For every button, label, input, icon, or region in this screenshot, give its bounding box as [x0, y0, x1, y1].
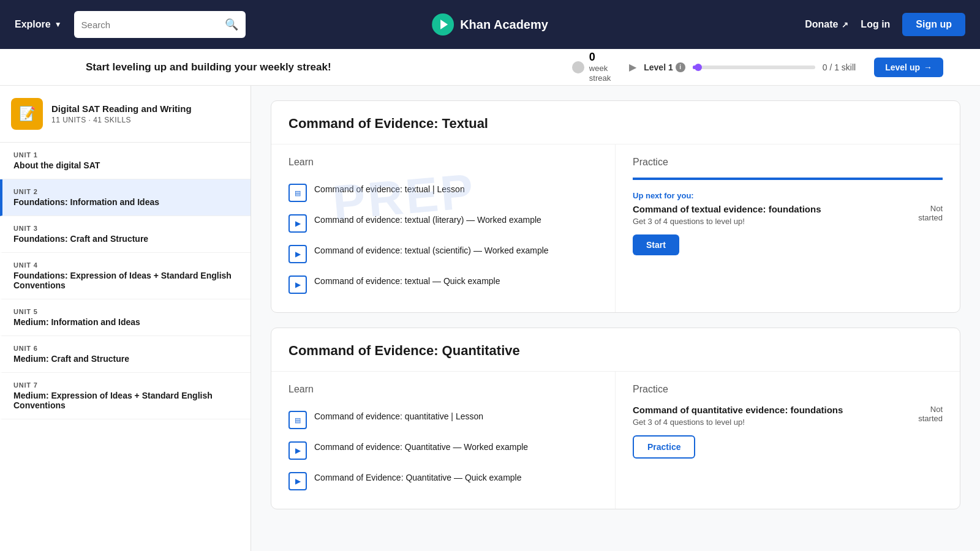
level-progress-bar [693, 66, 815, 69]
streak-label: weekstreak [589, 64, 611, 83]
explore-chevron-icon: ▼ [55, 20, 62, 29]
textual-learn-col: Learn ▤ Command of evidence: textual | L… [271, 144, 616, 312]
practice-subtitle: Get 3 of 4 questions to level up! [633, 418, 843, 427]
level-skill-count: 0 / 1 skill [823, 62, 856, 72]
streak-count-block: 0 weekstreak [589, 51, 611, 83]
video-play-icon: ▶ [288, 441, 307, 460]
unit4-name: Foundations: Expression of Ideas + Stand… [13, 271, 239, 290]
unit5-name: Medium: Information and Ideas [13, 317, 239, 327]
header-right: Donate ↗ Log in Sign up [805, 13, 965, 36]
course-title: Digital SAT Reading and Writing [51, 103, 192, 114]
main-content: Command of Evidence: Textual Learn ▤ Com… [251, 86, 980, 551]
textual-practice-col: Practice Up next for you: Command of tex… [616, 144, 960, 312]
sidebar-item-unit5[interactable]: UNIT 5 Medium: Information and Ideas [0, 299, 251, 336]
lesson-text: Command of evidence: textual | Lesson [314, 184, 465, 196]
streak-info: 0 weekstreak ▶ Level 1 i 0 / 1 skill Lev… [572, 51, 943, 83]
quantitative-practice-header: Practice [633, 384, 943, 395]
sidebar-item-unit1[interactable]: UNIT 1 About the digital SAT [0, 143, 251, 179]
main-header: Explore ▼ 🔍 Khan Academy Donate ↗ Log in… [0, 0, 980, 49]
video-play-icon: ▶ [288, 214, 307, 233]
section-textual-body: Learn ▤ Command of evidence: textual | L… [271, 144, 960, 312]
practice-button[interactable]: Practice [633, 435, 695, 459]
practice-title: Command of quantitative evidence: founda… [633, 405, 843, 415]
not-started-status: Notstarted [918, 405, 943, 423]
unit6-name: Medium: Craft and Structure [13, 354, 239, 364]
level-progress-dot [695, 64, 702, 71]
donate-button[interactable]: Donate ↗ [805, 19, 848, 30]
practice-info: Command of textual evidence: foundations… [633, 204, 821, 255]
course-meta: 11 UNITS · 41 SKILLS [51, 116, 192, 124]
quantitative-learn-col: Learn ▤ Command of evidence: quantitativ… [271, 372, 616, 509]
section-quantitative-title: Command of Evidence: Quantitative [271, 328, 960, 372]
video-play-icon: ▶ [288, 276, 307, 294]
article-icon: ▤ [288, 184, 307, 202]
textual-practice-header: Practice [633, 157, 943, 168]
unit5-label: UNIT 5 [13, 308, 239, 315]
lesson-text: Command of evidence: textual (scientific… [314, 245, 549, 257]
streak-count: 0 [589, 51, 595, 63]
signup-button[interactable]: Sign up [902, 13, 965, 36]
not-started-status: Notstarted [918, 204, 943, 222]
donate-label: Donate [805, 19, 838, 30]
section-quantitative-body: Learn ▤ Command of evidence: quantitativ… [271, 372, 960, 509]
level-label-text: Level 1 [644, 62, 673, 72]
start-button[interactable]: Start [633, 234, 679, 255]
course-header: 📝 Digital SAT Reading and Writing 11 UNI… [0, 86, 251, 143]
lesson-item[interactable]: ▶ Command of evidence: textual (scientif… [288, 239, 598, 269]
unit4-label: UNIT 4 [13, 261, 239, 269]
lesson-item[interactable]: ▶ Command of evidence: textual (literary… [288, 208, 598, 239]
explore-label: Explore [15, 19, 51, 30]
level-section: ▶ Level 1 i 0 / 1 skill [629, 61, 856, 73]
sidebar-item-unit4[interactable]: UNIT 4 Foundations: Expression of Ideas … [0, 253, 251, 299]
main-layout: 📝 Digital SAT Reading and Writing 11 UNI… [0, 86, 980, 551]
video-play-icon: ▶ [288, 245, 307, 263]
unit1-name: About the digital SAT [13, 160, 239, 170]
explore-button[interactable]: Explore ▼ [15, 19, 62, 30]
lesson-text: Command of evidence: Quantitative — Work… [314, 441, 528, 454]
unit3-label: UNIT 3 [13, 225, 239, 232]
unit1-label: UNIT 1 [13, 151, 239, 159]
lesson-text: Command of evidence: textual — Quick exa… [314, 276, 500, 288]
quantitative-practice-col: Practice Command of quantitative evidenc… [616, 372, 960, 509]
level-play-icon: ▶ [629, 61, 636, 73]
level-label: Level 1 i [644, 62, 685, 72]
search-input[interactable] [81, 20, 220, 30]
info-icon[interactable]: i [676, 62, 685, 72]
sidebar-item-unit3[interactable]: UNIT 3 Foundations: Craft and Structure [0, 216, 251, 253]
course-info: Digital SAT Reading and Writing 11 UNITS… [51, 103, 192, 124]
unit2-name: Foundations: Information and Ideas [13, 197, 239, 207]
level-up-button[interactable]: Level up → [874, 58, 943, 77]
week-streak: 0 weekstreak [572, 51, 611, 83]
quantitative-learn-header: Learn [288, 384, 598, 395]
sidebar-item-unit6[interactable]: UNIT 6 Medium: Craft and Structure [0, 336, 251, 373]
practice-info: Command of quantitative evidence: founda… [633, 405, 843, 459]
search-icon: 🔍 [225, 18, 238, 31]
practice-subtitle: Get 3 of 4 questions to level up! [633, 217, 821, 226]
logo-area: Khan Academy [432, 13, 548, 36]
khan-academy-logo-icon [432, 13, 454, 36]
sidebar: 📝 Digital SAT Reading and Writing 11 UNI… [0, 86, 251, 551]
lesson-item[interactable]: ▶ Command of Evidence: Quantitative — Qu… [288, 466, 598, 497]
textual-learn-header: Learn [288, 157, 598, 168]
textual-practice-card: Up next for you: Command of textual evid… [633, 178, 943, 255]
lesson-item[interactable]: ▶ Command of evidence: Quantitative — Wo… [288, 435, 598, 466]
arrow-right-icon: → [924, 62, 932, 72]
lesson-item[interactable]: ▤ Command of evidence: quantitative | Le… [288, 405, 598, 435]
sidebar-item-unit2[interactable]: UNIT 2 Foundations: Information and Idea… [0, 179, 251, 216]
next-for-you-label: Up next for you: [633, 191, 943, 200]
quantitative-practice-card: Command of quantitative evidence: founda… [633, 405, 943, 459]
unit3-name: Foundations: Craft and Structure [13, 234, 239, 244]
section-quantitative: Command of Evidence: Quantitative Learn … [271, 328, 960, 509]
streak-bar: Start leveling up and building your week… [0, 49, 980, 86]
external-link-icon: ↗ [842, 20, 848, 29]
streak-message: Start leveling up and building your week… [86, 61, 548, 73]
unit7-label: UNIT 7 [13, 381, 239, 389]
login-button[interactable]: Log in [861, 19, 890, 30]
unit7-name: Medium: Expression of Ideas + Standard E… [13, 391, 239, 410]
lesson-item[interactable]: ▤ Command of evidence: textual | Lesson [288, 178, 598, 208]
section-textual-title: Command of Evidence: Textual [271, 101, 960, 144]
level-up-label: Level up [885, 62, 920, 72]
sidebar-item-unit7[interactable]: UNIT 7 Medium: Expression of Ideas + Sta… [0, 373, 251, 419]
streak-dot-icon [572, 61, 584, 73]
lesson-item[interactable]: ▶ Command of evidence: textual — Quick e… [288, 269, 598, 300]
